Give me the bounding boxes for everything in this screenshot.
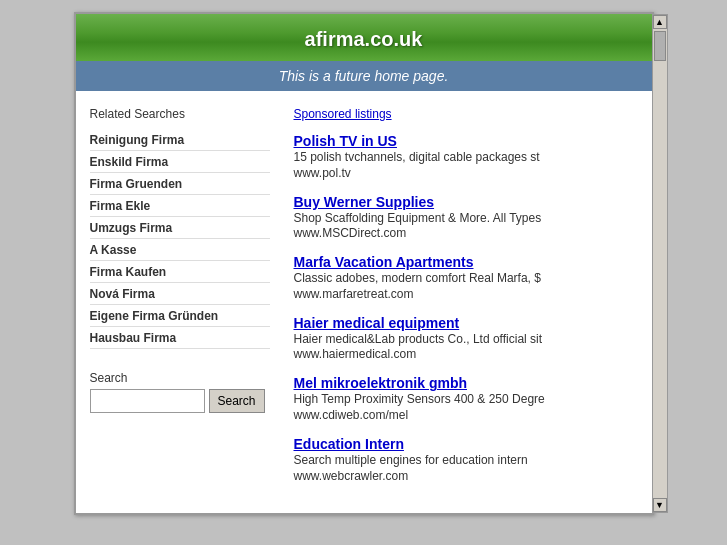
ad-item: Marfa Vacation Apartments Classic adobes… (294, 254, 638, 301)
list-item[interactable]: Firma Kaufen (90, 261, 270, 283)
ad-item: Buy Werner Supplies Shop Scaffolding Equ… (294, 194, 638, 241)
list-item[interactable]: A Kasse (90, 239, 270, 261)
list-item[interactable]: Reinigung Firma (90, 129, 270, 151)
list-item[interactable]: Eigene Firma Gründen (90, 305, 270, 327)
ad-url-4: www.cdiweb.com/mel (294, 408, 638, 422)
related-list: Reinigung Firma Enskild Firma Firma Grue… (90, 129, 270, 349)
related-link[interactable]: Enskild Firma (90, 155, 169, 169)
related-link[interactable]: Firma Kaufen (90, 265, 167, 279)
ad-item: Haier medical equipment Haier medical&La… (294, 315, 638, 362)
subtitle-bar: This is a future home page. (76, 61, 652, 91)
ad-title-5[interactable]: Education Intern (294, 436, 638, 452)
ad-url-0: www.pol.tv (294, 166, 638, 180)
sponsored-listings-link[interactable]: Sponsored listings (294, 107, 638, 121)
related-link[interactable]: Firma Ekle (90, 199, 151, 213)
related-link[interactable]: Nová Firma (90, 287, 155, 301)
ad-item: Mel mikroelektronik gmbh High Temp Proxi… (294, 375, 638, 422)
list-item[interactable]: Umzugs Firma (90, 217, 270, 239)
search-section: Search Search (90, 371, 270, 413)
related-link[interactable]: Hausbau Firma (90, 331, 177, 345)
ad-url-5: www.webcrawler.com (294, 469, 638, 483)
scrollbar[interactable]: ▲ ▼ (652, 14, 668, 513)
related-link[interactable]: Eigene Firma Gründen (90, 309, 219, 323)
scroll-down-button[interactable]: ▼ (653, 498, 667, 512)
list-item[interactable]: Enskild Firma (90, 151, 270, 173)
list-item[interactable]: Firma Gruenden (90, 173, 270, 195)
search-input[interactable] (90, 389, 205, 413)
ad-item: Polish TV in US 15 polish tvchannels, di… (294, 133, 638, 180)
ad-title-4[interactable]: Mel mikroelektronik gmbh (294, 375, 638, 391)
content-area: Related Searches Reinigung Firma Enskild… (76, 91, 652, 513)
ad-title-0[interactable]: Polish TV in US (294, 133, 638, 149)
list-item[interactable]: Hausbau Firma (90, 327, 270, 349)
ad-url-3: www.haiermedical.com (294, 347, 638, 361)
ad-desc-3: Haier medical&Lab products Co., Ltd offi… (294, 332, 638, 348)
ad-desc-5: Search multiple engines for education in… (294, 453, 638, 469)
right-column: Sponsored listings Polish TV in US 15 po… (280, 107, 638, 497)
ad-url-1: www.MSCDirect.com (294, 226, 638, 240)
ad-desc-2: Classic adobes, modern comfort Real Marf… (294, 271, 638, 287)
ad-title-2[interactable]: Marfa Vacation Apartments (294, 254, 638, 270)
scrollbar-track[interactable] (653, 61, 667, 498)
subtitle-text: This is a future home page. (279, 68, 449, 84)
scrollbar-thumb[interactable] (654, 31, 666, 61)
scroll-up-button[interactable]: ▲ (653, 15, 667, 29)
ad-desc-0: 15 polish tvchannels, digital cable pack… (294, 150, 638, 166)
site-header: afirma.co.uk (76, 14, 652, 61)
ad-item: Education Intern Search multiple engines… (294, 436, 638, 483)
ad-desc-1: Shop Scaffolding Equipment & More. All T… (294, 211, 638, 227)
related-link[interactable]: Reinigung Firma (90, 133, 185, 147)
list-item[interactable]: Firma Ekle (90, 195, 270, 217)
site-title: afirma.co.uk (96, 28, 632, 51)
left-column: Related Searches Reinigung Firma Enskild… (90, 107, 280, 497)
ad-title-1[interactable]: Buy Werner Supplies (294, 194, 638, 210)
ad-desc-4: High Temp Proximity Sensors 400 & 250 De… (294, 392, 638, 408)
ad-title-3[interactable]: Haier medical equipment (294, 315, 638, 331)
search-label: Search (90, 371, 270, 385)
browser-frame: afirma.co.uk This is a future home page.… (74, 12, 654, 515)
ad-url-2: www.marfaretreat.com (294, 287, 638, 301)
search-button[interactable]: Search (209, 389, 265, 413)
search-row: Search (90, 389, 270, 413)
list-item[interactable]: Nová Firma (90, 283, 270, 305)
related-link[interactable]: Firma Gruenden (90, 177, 183, 191)
related-link[interactable]: Umzugs Firma (90, 221, 173, 235)
related-link[interactable]: A Kasse (90, 243, 137, 257)
related-searches-heading: Related Searches (90, 107, 270, 121)
